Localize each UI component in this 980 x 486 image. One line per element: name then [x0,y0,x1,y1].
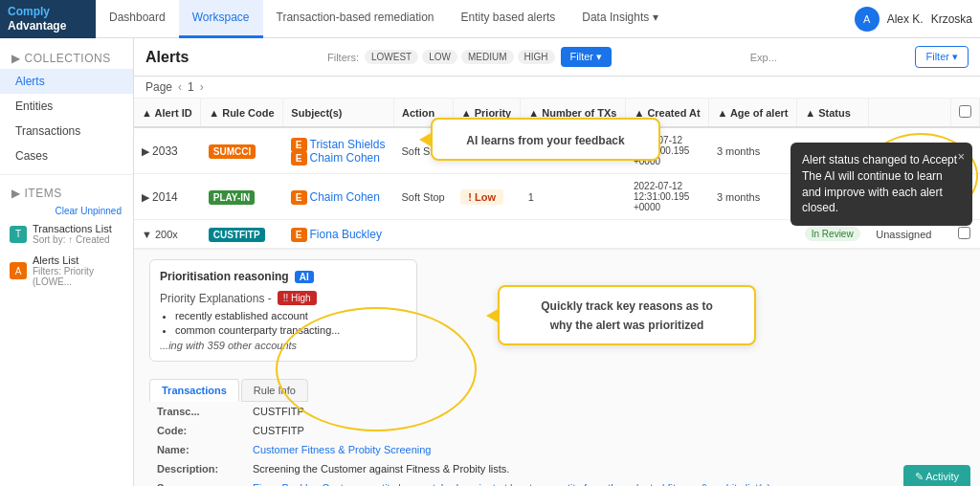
pagination-row: Page ‹ 1 › [134,77,980,99]
top-nav: Comply Advantage Dashboard Workspace Tra… [0,0,980,38]
rule-badge: PLAY-IN [209,190,256,205]
summary-label: Summary: [149,478,245,486]
tab-rule-info[interactable]: Rule Info [241,379,308,402]
name-value[interactable]: Customer Fitness & Probity Screening [245,440,965,459]
tab-insights[interactable]: Data Insights ▾ [568,0,671,38]
cell-alert-id: ▶ 2014 [134,174,201,220]
subject-icon: E [291,138,307,152]
sidebar-item-alerts[interactable]: Alerts [0,69,133,94]
col-assignee [868,99,950,127]
inner-tabs-row: Transactions Rule Info [149,379,965,402]
name-label: Name: [149,440,245,459]
highlight-text: ...ing with 359 other accounts [160,340,407,351]
subject-link[interactable]: Tristan Shields [310,138,386,151]
nav-tabs: Dashboard Workspace Transaction-based re… [96,0,672,38]
details-code-row: Code: CUSTFITP [149,421,965,440]
user-name: Alex K. [887,12,924,26]
subject-link2[interactable]: Chaim Cohen [310,151,380,165]
cell-rule-code: CUSTFITP [201,220,283,249]
subject-link4[interactable]: Fiona Buckley [310,228,382,241]
page-current: 1 [188,80,194,94]
callout-ai-feedback: AI learns from your feedback [431,118,660,161]
alerts-list-icon: A [10,262,27,279]
toast-close-button[interactable]: × [957,148,965,166]
tab-entity[interactable]: Entity based alerts [448,0,569,38]
desc-value: Screening the Customer against Fitness &… [245,459,965,478]
details-desc-row: Description: Screening the Customer agai… [149,459,965,478]
subject-icon2: E [291,151,307,166]
cell-created-at: 2022-07-12 12:31:00.195 +0000 [626,174,709,220]
page-title: Alerts [145,49,189,66]
cell-age: 3 months [709,127,797,174]
subject-link3[interactable]: Chaim Cohen [310,190,380,204]
filter-button2[interactable]: Filter ▾ [915,46,969,68]
filter-pill-low[interactable]: LOW [422,50,457,64]
filter-area: Filters: LOWEST LOW MEDIUM HIGH Filter ▾ [327,47,612,67]
cell-rule-code: PLAY-IN [201,174,283,220]
page-next[interactable]: › [200,80,204,94]
sidebar-list-item-transactions[interactable]: T Transactions List Sort by: ↑ Created [0,218,133,250]
rule-badge3: CUSTFITP [209,228,265,242]
priority-exp-label: Priority Explanations - !! High [160,291,407,305]
tab-transactions[interactable]: Transactions [149,379,239,402]
cell-alert-id: ▶ 2033 [134,127,201,174]
logo-text: Comply Advantage [8,5,66,33]
callout-arrow-left [486,308,500,323]
details-table: Transc... CUSTFITP Code: CUSTFITP [149,402,965,486]
filter-pill-lowest[interactable]: LOWEST [365,50,418,64]
callout-arrow-right [419,132,433,147]
prioritisation-box: Prioritisation reasoning AI Priority Exp… [149,259,417,362]
subject-icon3: E [291,190,307,205]
cell-subjects: EFiona Buckley [283,220,394,249]
filter-button[interactable]: Filter ▾ [561,47,612,67]
filter-pills: LOWEST LOW MEDIUM HIGH [365,50,555,64]
cell-priority: ! Low [453,174,521,220]
code-value: CUSTFITP [245,421,965,440]
row-checkbox3[interactable] [958,227,970,239]
status-badge3: In Review [805,227,860,241]
transactions-list-label: Transactions List [33,223,112,234]
table-area: ▲ Alert ID ▲ Rule Code Subject(s) Action… [134,99,980,486]
logo: Comply Advantage [0,0,96,38]
nav-right: A Alex K. Krzoska [855,7,980,32]
trans-value: CUSTFITP [245,402,965,421]
collections-title: ▶ COLLECTIONS [0,46,133,69]
details-summary-row: Summary: Fiona Buckley Customer entity h… [149,478,965,486]
priority-reason-1: recently established account [175,310,407,321]
cell-rule-code: SUMCCI [201,127,283,174]
rule-badge: SUMCCI [209,144,256,159]
priority-reason-2: common counterparty transacting... [175,324,407,336]
col-alert-id: ▲ Alert ID [134,99,201,127]
filter-pill-high[interactable]: HIGH [518,50,555,64]
filter-pill-medium[interactable]: MEDIUM [461,50,514,64]
expanded-row: Prioritisation reasoning AI Priority Exp… [134,249,980,487]
toast-text: Alert status changed to Accept The AI wi… [802,153,957,214]
cell-age: 3 months [709,174,797,220]
activity-button[interactable]: ✎ Activity [903,465,970,486]
tab-dashboard[interactable]: Dashboard [96,0,179,38]
tab-workspace[interactable]: Workspace [179,0,263,38]
details-trans-row: Transc... CUSTFITP [149,402,965,421]
trans-label: Transc... [149,402,245,421]
clear-unpinned-btn[interactable]: Clear Unpinned [0,204,133,218]
tab-transaction[interactable]: Transaction-based remediation [263,0,448,38]
cell-alert-id: ▼ 200x [134,220,201,249]
sidebar-item-transactions[interactable]: Transactions [0,119,133,144]
sidebar-list-item-alerts[interactable]: A Alerts List Filters: Priority (LOWE... [0,250,133,292]
page-prev[interactable]: ‹ [178,80,182,94]
cell-action: Soft Stop [393,174,453,220]
main-header: Alerts Filters: LOWEST LOW MEDIUM HIGH F… [134,38,980,77]
transactions-list-icon: T [10,226,27,243]
priority-badge2: ! Low [460,189,503,205]
select-all-checkbox[interactable] [959,105,971,118]
callout-prioritized: Quickly track key reasons as towhy the a… [498,285,756,345]
filter-label: Filters: [327,52,359,63]
col-age: ▲ Age of alert [709,99,797,127]
high-badge: !! High [278,291,317,305]
sidebar-item-entities[interactable]: Entities [0,94,133,119]
cell-num-txs: 1 [521,174,626,220]
toast-notification: × Alert status changed to Accept The AI … [791,143,972,226]
sidebar-item-cases[interactable]: Cases [0,144,133,168]
cell-subjects: EChaim Cohen [283,174,394,220]
cell-subjects: ETristan Shields EChaim Cohen [283,127,394,174]
